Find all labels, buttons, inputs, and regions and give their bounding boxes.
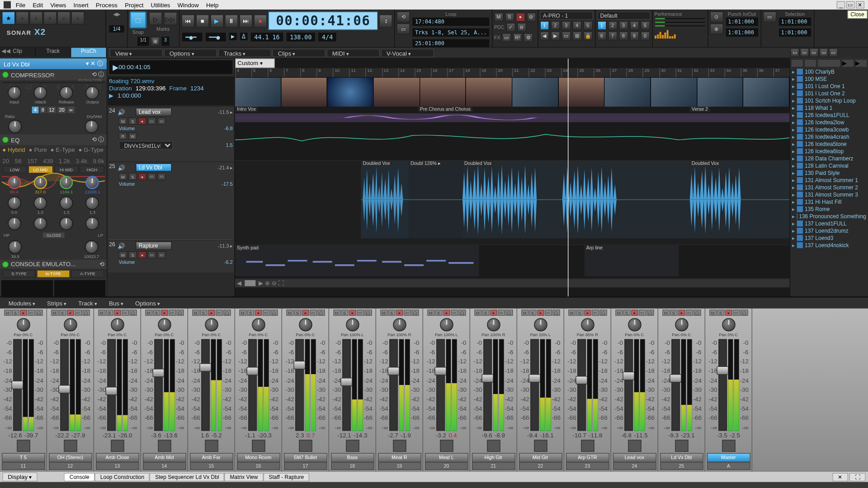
- display-menu[interactable]: Display ▾: [2, 472, 38, 481]
- browser-item[interactable]: 130 Paid Style: [790, 169, 868, 177]
- menu-help[interactable]: Help: [203, 1, 222, 9]
- fader[interactable]: [436, 339, 445, 431]
- bottom-tab-1[interactable]: Loop Construction: [95, 473, 150, 482]
- fader[interactable]: [201, 339, 210, 431]
- tool-edit[interactable]: ▫: [43, 11, 57, 24]
- browser-item[interactable]: 131 Hi Hast Fill: [790, 198, 868, 206]
- strip-name[interactable]: Lead vox: [613, 453, 656, 462]
- track-icon[interactable]: [581, 440, 594, 452]
- bottom-tab-2[interactable]: Step Sequencer Ld Vx Dbl: [150, 473, 224, 482]
- loop-end[interactable]: 25:01:000: [412, 38, 490, 48]
- console-menu-options[interactable]: Options: [129, 299, 166, 307]
- fader[interactable]: [530, 339, 539, 431]
- time-ruler[interactable]: 4567891011121314151617181920212223242526…: [235, 68, 790, 78]
- trackmenu-clips[interactable]: Clips: [273, 48, 326, 57]
- browser-item[interactable]: 126 Icedtea5tone: [790, 141, 868, 148]
- trackmenu-v-vocal[interactable]: V-Vocal: [381, 48, 434, 57]
- strip-name[interactable]: Amb Mid: [142, 453, 186, 462]
- inspector-tab-proch[interactable]: ProCh: [71, 47, 107, 57]
- marks-button-2[interactable]: ▷▷: [164, 12, 177, 25]
- pan-knob[interactable]: [252, 318, 265, 331]
- rtz-button[interactable]: ⏮: [181, 14, 194, 27]
- punch-in[interactable]: 1:01:000: [725, 17, 759, 26]
- clips-area[interactable]: Custom ▾ 4567891011121314151617181920212…: [235, 58, 790, 296]
- fader[interactable]: [671, 339, 680, 431]
- browser-item[interactable]: 137 Loend3: [790, 235, 868, 242]
- now-time-big[interactable]: 00:00:41:06: [268, 11, 378, 30]
- browser-item[interactable]: 131 Almost Summer 3: [790, 191, 868, 198]
- loop-toggle[interactable]: ⟲: [397, 11, 410, 22]
- layout-preset[interactable]: Custom ▾: [235, 58, 275, 68]
- track-icon[interactable]: [628, 440, 641, 452]
- trackmenu-options[interactable]: Options: [164, 48, 217, 57]
- browser-item[interactable]: 131 Almost Summer 1: [790, 177, 868, 184]
- ffwd-button[interactable]: ⏭: [239, 14, 252, 27]
- controller-select[interactable]: A-PRO - 1: [540, 11, 593, 20]
- stop-button[interactable]: ■: [196, 14, 209, 27]
- track-icon[interactable]: [675, 440, 688, 452]
- menu-file[interactable]: File: [12, 1, 29, 9]
- eq-header[interactable]: EQ⟲ ⓘ: [0, 134, 107, 145]
- track-header-25[interactable]: 25🔊 Ld Vx Dbl -21.4 ▸ MS●▭▭ Volume -17.5: [108, 161, 234, 239]
- menu-project[interactable]: Project: [121, 1, 147, 9]
- attack-knob[interactable]: [33, 86, 47, 99]
- pan-knob[interactable]: [722, 318, 735, 331]
- metronome-icon[interactable]: ▶: [228, 32, 237, 41]
- snap-offset[interactable]: 3: [162, 37, 170, 46]
- tempo[interactable]: 138.00: [286, 32, 316, 42]
- track-icon[interactable]: [17, 440, 30, 452]
- browser-item[interactable]: 126 Icedtea2low: [790, 119, 868, 126]
- tool-draw[interactable]: ▫: [57, 11, 71, 24]
- punch-out[interactable]: 1:01:000: [725, 28, 759, 37]
- window-controls[interactable]: _▭✕: [837, 1, 864, 9]
- strip-name[interactable]: Amb Far: [189, 453, 233, 462]
- strip-name[interactable]: Master: [707, 453, 750, 462]
- strip-name[interactable]: Bass: [330, 453, 374, 462]
- browser-item[interactable]: 137 Loend1FULL: [790, 220, 868, 227]
- browser-item[interactable]: 126 Icedtea6top: [790, 148, 868, 155]
- console-emulator-header[interactable]: CONSOLE EMULATO...⟲: [0, 260, 107, 269]
- lane-lead-vox[interactable]: Intro VoxPre Chorus and ChorusVerse 2: [235, 107, 790, 161]
- punch-set[interactable]: ⊕: [710, 23, 723, 34]
- eq-graph[interactable]: [1, 155, 106, 157]
- meter[interactable]: 4/4: [318, 32, 337, 42]
- lane-rapture[interactable]: Synth padArp line: [235, 245, 790, 279]
- track-icon[interactable]: [393, 440, 406, 452]
- smart-tool[interactable]: ★: [2, 11, 15, 24]
- mute-all[interactable]: M: [494, 13, 503, 22]
- count-in-icon[interactable]: Δ: [239, 32, 248, 41]
- pan-knob[interactable]: [581, 318, 594, 331]
- pan-knob[interactable]: [111, 318, 124, 331]
- browser-item[interactable]: 136 Pronounced Something: [790, 213, 868, 220]
- browser-item[interactable]: 126 Icedtea1FULL: [790, 112, 868, 119]
- track-icon[interactable]: [722, 440, 735, 452]
- tool-erase[interactable]: ▫: [71, 11, 84, 24]
- pan-knob[interactable]: [675, 318, 688, 331]
- browser-item[interactable]: 128 Data Chamberz: [790, 155, 868, 162]
- screenset-select[interactable]: Default: [597, 11, 650, 20]
- strip-name[interactable]: SM7 Bullet: [283, 453, 327, 462]
- browser-item[interactable]: 137 Loend2drumz: [790, 227, 868, 235]
- pan-knob[interactable]: [64, 318, 77, 331]
- pan-knob[interactable]: [346, 318, 359, 331]
- tool-select[interactable]: ▫: [16, 11, 29, 24]
- pan-knob[interactable]: [205, 318, 218, 331]
- fader[interactable]: [248, 339, 257, 431]
- selection-to[interactable]: 1:01:000: [778, 28, 812, 37]
- power-icon[interactable]: [2, 261, 8, 267]
- loop-start[interactable]: 17:04:480: [412, 17, 490, 26]
- browser-item[interactable]: 137 Loend4nokick: [790, 242, 868, 249]
- fader[interactable]: [295, 339, 304, 431]
- browser-item[interactable]: 135 Rome: [790, 206, 868, 213]
- solo-all[interactable]: S: [505, 13, 514, 22]
- fader[interactable]: [107, 339, 116, 431]
- fader[interactable]: [577, 339, 586, 431]
- pan-knob[interactable]: [17, 318, 30, 331]
- fader[interactable]: [60, 339, 69, 431]
- track-icon[interactable]: [158, 440, 171, 452]
- pause-button[interactable]: ⏸: [225, 14, 238, 27]
- browser-item[interactable]: 100 CharlyB: [790, 68, 868, 75]
- track-icon[interactable]: [111, 440, 124, 452]
- track-icon[interactable]: [64, 440, 77, 452]
- fader[interactable]: [154, 339, 163, 431]
